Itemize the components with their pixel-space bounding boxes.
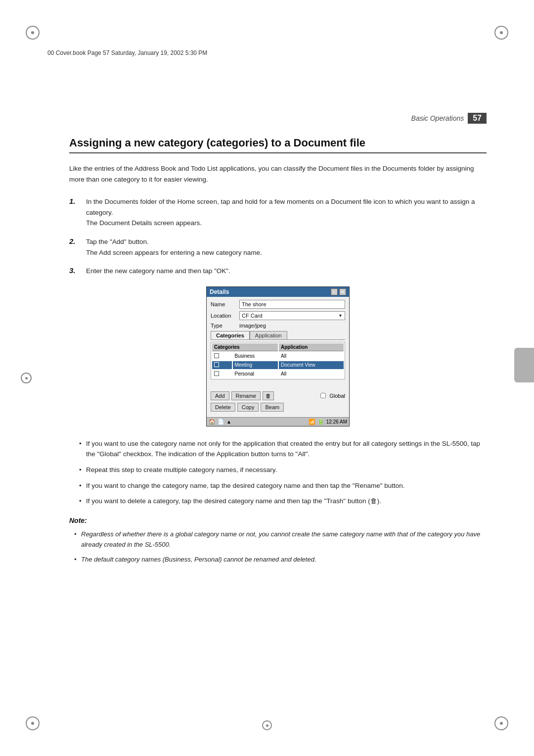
app-icon: 📄 bbox=[218, 419, 224, 425]
step-2-number: 2. bbox=[69, 237, 80, 245]
category-app-meeting: Document View bbox=[279, 361, 344, 369]
step-3: 3. Enter the new category name and then … bbox=[69, 266, 487, 277]
header-filename: 00 Cover.book Page 57 Saturday, January … bbox=[47, 49, 207, 56]
location-label: Location bbox=[211, 313, 236, 319]
dropdown-arrow-icon: ▼ bbox=[338, 313, 343, 318]
delete-button[interactable]: Delete bbox=[211, 403, 235, 412]
step-2: 2. Tap the "Add" button.The Add screen a… bbox=[69, 236, 487, 258]
page-number-area: Basic Operations 57 bbox=[411, 113, 487, 124]
dialog-close-button[interactable]: × bbox=[339, 288, 346, 295]
note-item-2: The default category names (Business, Pe… bbox=[74, 555, 487, 565]
main-content: Assigning a new category (categories) to… bbox=[69, 137, 487, 570]
bullet-item-4: If you want to delete a category, tap th… bbox=[79, 496, 487, 507]
location-value: CF Card bbox=[242, 313, 263, 319]
reg-mark-top-left bbox=[26, 26, 40, 40]
location-row: Location CF Card ▼ bbox=[211, 311, 345, 320]
bullet-list: If you want to use the category name not… bbox=[79, 438, 487, 507]
name-field[interactable]: The shore bbox=[239, 300, 345, 309]
note-label: Note: bbox=[69, 517, 487, 524]
status-icons-right: 📶 🔋 12:26 AM bbox=[309, 419, 347, 425]
status-icons-left: 🏠 📄 ▲ bbox=[209, 419, 231, 425]
category-app-business: All bbox=[279, 352, 344, 360]
note-section: Note: Regardless of whether there is a g… bbox=[69, 517, 487, 565]
category-row-personal[interactable]: Personal All bbox=[212, 370, 344, 378]
category-row-business[interactable]: Business All bbox=[212, 352, 344, 360]
bullet-item-3: If you want to change the category name,… bbox=[79, 480, 487, 491]
category-name-meeting[interactable]: Meeting bbox=[233, 361, 278, 369]
step-1-text: In the Documents folder of the Home scre… bbox=[86, 196, 487, 229]
dialog-container: Details − × Name The shore Locati bbox=[69, 286, 487, 426]
categories-col-header: Categories bbox=[212, 343, 278, 351]
signal-icon: 📶 bbox=[309, 419, 315, 425]
category-row-meeting[interactable]: Meeting Document View bbox=[212, 361, 344, 369]
menu-arrow-icon[interactable]: ▲ bbox=[226, 419, 231, 425]
name-label: Name bbox=[211, 301, 236, 307]
application-col-header: Application bbox=[279, 343, 344, 351]
type-value: image/jpeg bbox=[239, 323, 345, 329]
rename-button[interactable]: Rename bbox=[231, 391, 261, 400]
page-number: 57 bbox=[468, 113, 487, 124]
step-1-number: 1. bbox=[69, 197, 80, 205]
dialog-add-rename-row: Add Rename 🗑 Global bbox=[211, 391, 345, 400]
type-row: Type image/jpeg bbox=[211, 323, 345, 329]
section-label: Basic Operations bbox=[411, 114, 464, 122]
intro-paragraph: Like the entries of the Address Book and… bbox=[69, 163, 487, 185]
trash-button[interactable]: 🗑 bbox=[263, 391, 274, 400]
step-3-text: Enter the new category name and then tap… bbox=[86, 266, 230, 277]
dialog-delete-copy-beam-row: Delete Copy Beam bbox=[211, 403, 345, 412]
type-label: Type bbox=[211, 323, 236, 329]
reg-mark-bottom-right bbox=[494, 716, 508, 730]
battery-icon: 🔋 bbox=[317, 419, 324, 425]
page-side-tab bbox=[514, 348, 534, 382]
bullet-item-1: If you want to use the category name not… bbox=[79, 438, 487, 460]
step-1: 1. In the Documents folder of the Home s… bbox=[69, 196, 487, 229]
tab-categories[interactable]: Categories bbox=[211, 331, 250, 339]
header-bar: 00 Cover.book Page 57 Saturday, January … bbox=[47, 47, 487, 58]
reg-mark-bottom-center bbox=[262, 720, 272, 730]
location-dropdown[interactable]: CF Card ▼ bbox=[239, 311, 345, 320]
category-app-personal: All bbox=[279, 370, 344, 378]
bullet-item-2: Repeat this step to create multiple cate… bbox=[79, 465, 487, 475]
note-list: Regardless of whether there is a global … bbox=[74, 529, 487, 565]
time-display: 12:26 AM bbox=[326, 419, 347, 425]
home-icon[interactable]: 🏠 bbox=[209, 419, 216, 425]
category-checkbox-meeting[interactable] bbox=[214, 362, 219, 367]
dialog-titlebar: Details − × bbox=[207, 287, 349, 297]
dialog-title: Details bbox=[210, 288, 229, 295]
section-heading: Assigning a new category (categories) to… bbox=[69, 137, 487, 153]
category-checkbox-personal[interactable] bbox=[214, 371, 219, 376]
name-row: Name The shore bbox=[211, 300, 345, 309]
category-checkbox-business[interactable] bbox=[214, 353, 219, 358]
add-button[interactable]: Add bbox=[211, 391, 229, 400]
reg-mark-top-right bbox=[494, 26, 508, 40]
details-dialog: Details − × Name The shore Locati bbox=[206, 286, 350, 426]
beam-button[interactable]: Beam bbox=[261, 403, 284, 412]
dialog-tabs: Categories Application bbox=[211, 331, 345, 340]
page: 00 Cover.book Page 57 Saturday, January … bbox=[0, 0, 534, 756]
categories-table: Categories Application Business All bbox=[211, 342, 345, 379]
step-2-text: Tap the "Add" button.The Add screen appe… bbox=[86, 236, 262, 258]
dialog-minimize-button[interactable]: − bbox=[331, 288, 338, 295]
dialog-controls[interactable]: − × bbox=[331, 288, 346, 295]
category-name-business[interactable]: Business bbox=[233, 352, 278, 360]
reg-mark-mid-left bbox=[21, 373, 32, 383]
reg-mark-bottom-left bbox=[26, 716, 40, 730]
step-3-number: 3. bbox=[69, 266, 80, 275]
copy-button[interactable]: Copy bbox=[237, 403, 259, 412]
note-item-1: Regardless of whether there is a global … bbox=[74, 529, 487, 550]
tab-application[interactable]: Application bbox=[250, 331, 287, 339]
global-label: Global bbox=[329, 393, 345, 399]
steps-list: 1. In the Documents folder of the Home s… bbox=[69, 196, 487, 277]
dialog-body: Name The shore Location CF Card ▼ Type bbox=[207, 297, 349, 417]
category-name-personal[interactable]: Personal bbox=[233, 370, 278, 378]
dialog-statusbar: 🏠 📄 ▲ 📶 🔋 12:26 AM bbox=[207, 417, 349, 426]
global-checkbox[interactable] bbox=[320, 393, 326, 398]
